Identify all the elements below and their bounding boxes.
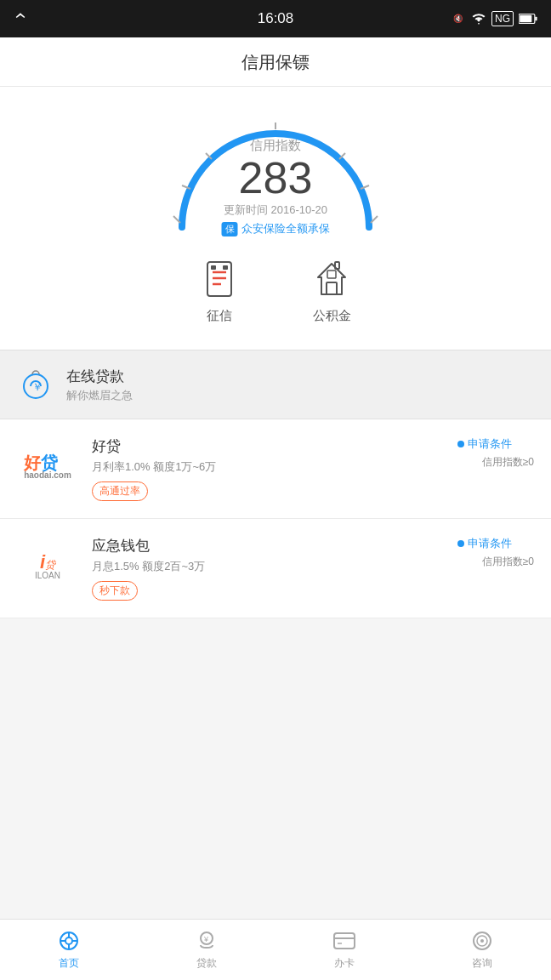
nav-item-home[interactable]: 首页 xyxy=(0,929,138,971)
svg-point-24 xyxy=(65,937,72,944)
iloan-apply[interactable]: 申请条件 信用指数≥0 xyxy=(457,536,534,569)
home-icon xyxy=(57,929,81,953)
section-subtitle: 解你燃眉之急 xyxy=(66,388,133,403)
haodai-condition: 信用指数≥0 xyxy=(457,455,534,470)
haodai-apply-label: 申请条件 xyxy=(468,436,512,452)
haodai-info: 好贷 月利率1.0% 额度1万~6万 高通过率 xyxy=(92,436,444,501)
status-right: 🔇 NG xyxy=(452,11,537,26)
nav-label-loan: 贷款 xyxy=(196,956,217,971)
bottom-nav: 首页 ¥ 贷款 办卡 咨询 xyxy=(0,919,551,980)
credit-section: 信用指数 283 更新时间 2016-10-20 保 众安保险全额承保 xyxy=(0,87,551,350)
haodai-tag: 高通过率 xyxy=(92,481,148,501)
nav-label-consult: 咨询 xyxy=(472,956,492,971)
section-header-text: 在线贷款 解你燃眉之急 xyxy=(66,367,133,403)
haodai-logo[interactable]: 好贷 haodai.com xyxy=(17,436,78,498)
svg-text:🔇: 🔇 xyxy=(453,14,463,24)
location-icon xyxy=(14,12,27,26)
loan-section-header: ￥ 在线贷款 解你燃眉之急 xyxy=(0,350,551,419)
gauge-center-text: 信用指数 283 更新时间 2016-10-20 保 众安保险全额承保 xyxy=(222,138,330,236)
insurance-text: 众安保险全额承保 xyxy=(241,221,330,236)
gauge-insurance[interactable]: 保 众安保险全额承保 xyxy=(222,221,330,236)
gauge-date: 更新时间 2016-10-20 xyxy=(222,202,330,218)
nav-item-consult[interactable]: 咨询 xyxy=(413,929,551,971)
gauge-score: 283 xyxy=(222,154,330,202)
haodai-name: 好贷 xyxy=(92,436,444,456)
iloan-apply-label: 申请条件 xyxy=(468,536,512,551)
svg-rect-31 xyxy=(334,933,355,949)
credit-label: 征信 xyxy=(207,308,232,324)
svg-rect-20 xyxy=(335,262,339,269)
iloan-apply-link[interactable]: 申请条件 xyxy=(457,536,534,551)
wifi-icon xyxy=(471,13,486,25)
status-time: 16:08 xyxy=(258,10,294,27)
svg-rect-18 xyxy=(327,282,337,294)
svg-text:¥: ¥ xyxy=(203,935,209,943)
loan-section-icon: ￥ xyxy=(17,364,54,405)
iloan-condition: 信用指数≥0 xyxy=(457,555,534,569)
nav-label-card: 办卡 xyxy=(334,956,355,971)
fund-icon xyxy=(310,257,354,301)
network-badge: NG xyxy=(491,11,514,26)
haodai-apply[interactable]: 申请条件 信用指数≥0 xyxy=(457,436,534,470)
iloan-info: 应急钱包 月息1.5% 额度2百~3万 秒下款 xyxy=(92,536,444,601)
gauge-label: 信用指数 xyxy=(222,138,330,154)
svg-marker-17 xyxy=(318,264,345,294)
mute-icon: 🔇 xyxy=(452,12,466,26)
fund-link[interactable]: 公积金 xyxy=(310,257,354,324)
status-bar: 16:08 🔇 NG xyxy=(0,0,551,37)
svg-rect-16 xyxy=(223,265,228,270)
nav-label-home: 首页 xyxy=(59,956,79,971)
nav-item-loan[interactable]: ¥ 贷款 xyxy=(138,929,276,971)
svg-rect-3 xyxy=(535,17,537,21)
credit-icon xyxy=(197,257,241,301)
status-left xyxy=(14,12,27,26)
gauge-wrapper: 信用指数 283 更新时间 2016-10-20 保 众安保险全额承保 xyxy=(156,104,395,240)
svg-rect-19 xyxy=(327,271,336,278)
insurance-badge: 保 xyxy=(222,222,238,236)
fund-label: 公积金 xyxy=(313,308,351,324)
svg-rect-15 xyxy=(211,265,216,270)
loan-icon: ¥ xyxy=(195,929,219,953)
page-title: 信用保镖 xyxy=(0,51,551,74)
apply-dot-2 xyxy=(457,540,464,547)
credit-link[interactable]: 征信 xyxy=(197,257,241,324)
haodai-apply-link[interactable]: 申请条件 xyxy=(457,436,534,452)
quick-links-row: 征信 公积金 xyxy=(0,257,551,324)
svg-rect-2 xyxy=(520,15,531,23)
svg-point-36 xyxy=(480,939,484,943)
gauge-container: 信用指数 283 更新时间 2016-10-20 保 众安保险全额承保 xyxy=(0,104,551,240)
svg-text:￥: ￥ xyxy=(32,381,43,393)
iloan-desc: 月息1.5% 额度2百~3万 xyxy=(92,559,444,574)
iloan-logo[interactable]: i贷 ILOAN xyxy=(17,536,78,597)
iloan-tag: 秒下款 xyxy=(92,581,138,601)
app-header: 信用保镖 xyxy=(0,37,551,87)
nav-item-card[interactable]: 办卡 xyxy=(276,929,413,971)
iloan-name: 应急钱包 xyxy=(92,536,444,556)
consult-icon xyxy=(470,929,494,953)
loan-card-haodai: 好贷 haodai.com 好贷 月利率1.0% 额度1万~6万 高通过率 申请… xyxy=(0,419,551,519)
card-icon xyxy=(332,929,356,953)
haodai-desc: 月利率1.0% 额度1万~6万 xyxy=(92,459,444,475)
section-title: 在线贷款 xyxy=(66,367,133,386)
loan-card-iloan: i贷 ILOAN 应急钱包 月息1.5% 额度2百~3万 秒下款 申请条件 信用… xyxy=(0,519,551,618)
apply-dot xyxy=(457,441,464,447)
battery-icon xyxy=(519,14,537,24)
